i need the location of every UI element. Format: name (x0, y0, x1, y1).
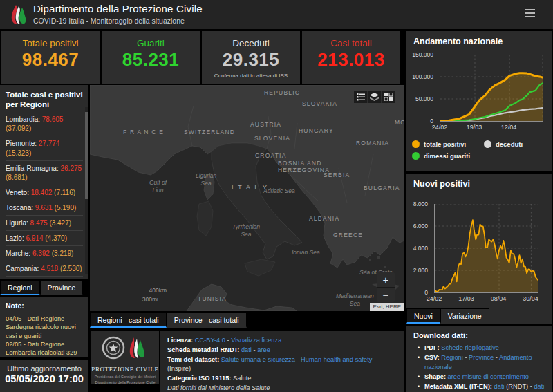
x-tick-label: 24/02 (427, 295, 442, 302)
region-row: Piemonte: 27.774 (15.323) (6, 136, 83, 160)
menu-icon[interactable] (525, 9, 535, 18)
y-tick-label: 150.000 (412, 51, 433, 58)
stat-label: Casi totali (302, 38, 400, 48)
y-tick-label: 8.000 (413, 200, 428, 207)
x-tick-label: 08/04 (491, 295, 507, 302)
region-row: P.A. Trento: 4.261 (1.041) (6, 276, 83, 279)
scale-mi: 300mi (105, 295, 171, 303)
map[interactable]: REPUBLICSLOVAKIAF R A N C ESWITZERLANDAU… (90, 85, 404, 311)
map-label-sea: Mediterranean Sea (336, 292, 374, 308)
map-zoom-control: + − (377, 272, 395, 302)
map-tab-province-casi-totali[interactable]: Province - casi totali (167, 312, 247, 328)
link[interactable]: Visualizza licenza (231, 337, 281, 344)
map-label-country: GREECE (333, 232, 363, 239)
legend-item: totale positivi (412, 140, 484, 148)
region-row: Veneto: 18.402 (7.116) (6, 185, 83, 200)
map-label-sea: Ligurian Sea (196, 172, 216, 188)
link[interactable]: Schede riepilogative (441, 344, 499, 351)
andamento-x-axis: 24/0219/0312/04 (440, 124, 542, 132)
region-positives: (8.681) (6, 174, 28, 181)
text-segment: Shape: (424, 373, 448, 380)
text-segment: Temi del dataset: (167, 356, 221, 363)
download-item: PDF: Schede riepilogative (424, 344, 545, 353)
region-total: 27.774 (39, 140, 60, 147)
map-canvas (90, 85, 404, 311)
protezione-civile-emblem-icon (101, 334, 149, 362)
text-segment: CSV: (424, 354, 441, 361)
y-tick-label: 6.000 (413, 223, 428, 230)
license-line: Licenza: CC-BY-4.0 - Visualizza licenza (167, 336, 397, 346)
andamento-y-axis: 050.000100.000150.000 (406, 55, 437, 121)
app-title: Dipartimento della Protezione Civile (33, 3, 203, 15)
link[interactable]: aree (257, 346, 270, 353)
stat-label: Totale positivi (1, 38, 100, 48)
license-line: Categoria ISO 19115: Salute (167, 374, 397, 384)
map-label-country: SWITZERLAND (184, 129, 235, 136)
regions-panel: Totale casi e positivi per Regioni Lomba… (0, 85, 88, 279)
license-line: Dati forniti dal Ministero della Salute (167, 384, 397, 392)
region-total: 6.392 (32, 250, 50, 257)
app-subtitle: COVID-19 Italia - Monitoraggio della sit… (33, 17, 185, 25)
x-tick-label: 30/04 (523, 295, 538, 302)
region-total: 18.402 (31, 189, 53, 196)
map-tab-regioni-casi-totali[interactable]: Regioni - casi totali (90, 312, 167, 328)
last-update-value: 05/05/2020 17:00 (0, 373, 88, 384)
link[interactable]: dati (241, 346, 252, 353)
map-label-country: TUNISIA (198, 295, 227, 302)
regions-scrollbar[interactable] (85, 107, 88, 274)
map-label-country: BOSNIA AND HERZEGOVINA (278, 160, 330, 174)
basemap-icon[interactable] (382, 91, 395, 103)
stat-label: Deceduti (202, 38, 300, 48)
download-item: CSV: Regioni - Province - Andamento nazi… (424, 353, 545, 373)
download-title: Download dati: (413, 331, 545, 339)
region-positives: (5.190) (53, 204, 76, 212)
link[interactable]: Salute umana e sicurezza (221, 356, 295, 363)
y-tick-label: 2.000 (413, 267, 428, 274)
legend-label: dimessi guariti (424, 152, 470, 160)
map-label-country: SLOVENIA (254, 135, 290, 142)
map-attribution[interactable]: Esri, HERE (370, 303, 404, 311)
text-segment: - (295, 356, 301, 363)
map-label-country: AUSTRIA (250, 121, 281, 128)
region-positives: (4.370) (44, 234, 67, 242)
map-label-country: ROMANIA (356, 140, 389, 147)
chart-tab-nuovi[interactable]: Nuovi (406, 308, 440, 324)
x-tick-label: 24/02 (432, 124, 448, 131)
andamento-title: Andamento nazionale (406, 31, 552, 46)
andamento-legend: totale positividecedutidimessi guariti (412, 138, 547, 162)
link[interactable]: dati (494, 383, 505, 390)
map-label-country: REPUBLIC (264, 89, 300, 96)
stat-box-totale-positivi: Totale positivi98.467 (1, 31, 100, 84)
region-total: 4.518 (41, 265, 58, 272)
zoom-out-button[interactable]: − (377, 288, 395, 302)
tab-province[interactable]: Province (40, 280, 84, 295)
nuovi-positivi-panel: Nuovi positivi 02.0004.0006.0008.000 24/… (406, 174, 552, 324)
link[interactable]: Regioni (441, 354, 463, 361)
region-total: 26.275 (60, 165, 82, 172)
zoom-in-button[interactable]: + (377, 272, 395, 288)
legend-icon[interactable] (354, 91, 368, 103)
scrollbar-thumb[interactable] (85, 112, 88, 199)
layers-icon[interactable] (368, 91, 382, 103)
andamento-chart (440, 55, 543, 122)
link[interactable]: aree misure di contenimento (448, 373, 529, 380)
region-total: 8.475 (30, 219, 48, 227)
license-info-box: Licenza: CC-BY-4.0 - Visualizza licenzaS… (160, 331, 404, 392)
link[interactable]: Province (469, 354, 494, 361)
app-header: Dipartimento della Protezione Civile COV… (0, 0, 553, 29)
link[interactable]: dati (534, 383, 544, 390)
link[interactable]: CC-BY-4.0 (195, 337, 225, 344)
link[interactable]: Human health and safety (301, 356, 372, 363)
region-positives: (3.219) (50, 250, 73, 257)
chart-tab-variazione[interactable]: Variazione (440, 308, 489, 324)
region-row: Toscana: 9.631 (5.190) (6, 200, 83, 215)
y-tick-label: 50.000 (415, 95, 433, 102)
legend-label: totale positivi (424, 140, 466, 148)
download-item: Metadata XML (IT-EN): dati (RNDT) - dati… (424, 382, 545, 392)
notes-panel: Note: 04/05 - Dati Regione Sardegna rica… (0, 297, 88, 357)
map-label-sea: Gulf of Lion (149, 179, 167, 195)
stat-label: Guariti (102, 38, 200, 48)
tab-regioni[interactable]: Regioni (0, 280, 40, 295)
map-tabs: Regioni - casi totaliProvince - casi tot… (90, 312, 247, 328)
region-row: Campania: 4.518 (2.530) (6, 261, 83, 276)
